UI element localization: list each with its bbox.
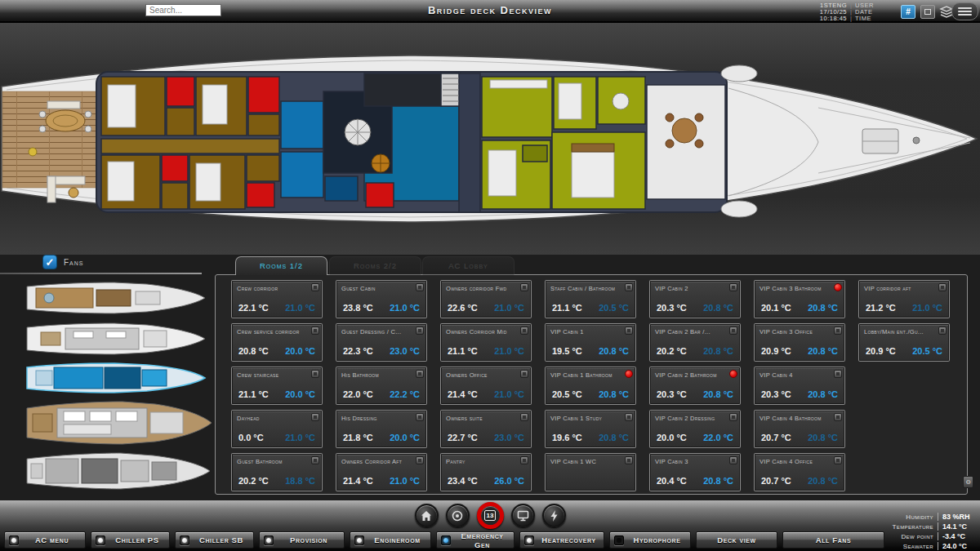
fan-status-icon[interactable] bbox=[625, 283, 633, 291]
room-card[interactable]: VIP Cabin 4 20.3 °C 20.8 °C bbox=[755, 367, 844, 404]
home-icon[interactable] bbox=[415, 504, 439, 527]
fan-status-icon[interactable] bbox=[311, 327, 319, 335]
room-card[interactable]: VIP Cabin 3 Office 20.9 °C 20.8 °C bbox=[755, 324, 844, 361]
toolbar-button[interactable]: Chiller PS bbox=[91, 531, 170, 549]
room-card[interactable]: Pantry 23.4 °C 26.0 °C bbox=[441, 454, 531, 491]
fan-status-icon[interactable] bbox=[416, 283, 424, 291]
room-card[interactable]: VIP Cabin 2 Bathroom 20.3 °C 20.8 °C bbox=[650, 367, 740, 404]
room-name: Staff Cabin / Bathroom bbox=[546, 282, 635, 292]
deck-thumbnail-main-deck[interactable] bbox=[24, 401, 214, 445]
fan-status-icon[interactable] bbox=[729, 283, 737, 291]
tab-ac-lobby[interactable]: AC Lobby bbox=[422, 256, 514, 275]
room-card[interactable]: Owners suite 22.7 °C 23.0 °C bbox=[441, 411, 531, 447]
fan-status-icon[interactable] bbox=[729, 327, 737, 335]
deck-thumbnail-lower-deck[interactable] bbox=[24, 452, 212, 490]
fan-status-icon[interactable] bbox=[311, 456, 319, 464]
power-icon[interactable] bbox=[542, 504, 566, 527]
fan-status-icon[interactable] bbox=[938, 327, 947, 335]
room-setpoint: 23.0 °C bbox=[390, 346, 420, 356]
toolbar-button[interactable]: All Fans bbox=[782, 531, 884, 549]
toolbar-button[interactable]: Chiller SB bbox=[175, 531, 254, 549]
fan-status-icon[interactable] bbox=[834, 370, 842, 378]
room-card[interactable]: Dayhead 0.0 °C 21.0 °C bbox=[232, 411, 322, 447]
room-card[interactable]: Crew service corridor 20.8 °C 20.0 °C bbox=[232, 324, 322, 361]
room-card[interactable]: Staff Cabin / Bathroom 21.1 °C 20.5 °C bbox=[546, 281, 635, 318]
room-card[interactable]: His Dressing 21.8 °C 20.0 °C bbox=[336, 411, 426, 447]
alarm-indicator[interactable] bbox=[834, 283, 842, 291]
fan-status-icon[interactable] bbox=[834, 327, 842, 335]
room-card[interactable]: Crew corridor 22.1 °C 21.0 °C bbox=[232, 281, 322, 318]
room-card[interactable]: VIP Cabin 1 Study 19.6 °C 20.8 °C bbox=[546, 411, 635, 447]
fan-status-icon[interactable] bbox=[416, 456, 424, 464]
fans-checkbox-icon[interactable]: ✓ bbox=[42, 255, 57, 269]
fan-status-icon[interactable] bbox=[416, 327, 424, 335]
toolbar-button[interactable]: Engineroom bbox=[350, 531, 431, 549]
room-card[interactable]: VIP Cabin 2 Bar /... 20.2 °C 20.8 °C bbox=[650, 324, 740, 361]
fan-status-icon[interactable] bbox=[520, 283, 528, 291]
room-card[interactable]: VIP Cabin 1 Bathroom 20.5 °C 20.8 °C bbox=[546, 367, 635, 404]
fan-status-icon[interactable] bbox=[416, 370, 424, 378]
room-setpoint: 20.8 °C bbox=[703, 303, 733, 313]
toolbar-button[interactable]: Heatrecovery bbox=[519, 531, 604, 549]
fan-status-icon[interactable] bbox=[625, 413, 633, 421]
deck-thumbnail-upper-deck[interactable] bbox=[24, 322, 208, 355]
room-card[interactable]: Guest Bathroom 20.2 °C 18.8 °C bbox=[232, 454, 322, 491]
room-card[interactable]: VIP Cabin 2 Dressing 20.0 °C 22.0 °C bbox=[650, 411, 740, 447]
room-temp: 20.8 °C bbox=[238, 346, 269, 356]
fan-status-icon[interactable] bbox=[520, 327, 528, 335]
alarm-indicator[interactable] bbox=[625, 370, 633, 378]
toolbar-button[interactable]: Emergency Gen bbox=[436, 531, 514, 549]
toolbar-button[interactable]: AC menu bbox=[4, 531, 86, 549]
room-card[interactable]: VIP corridor aft 21.2 °C 21.0 °C bbox=[859, 281, 949, 318]
fan-status-icon[interactable] bbox=[938, 283, 947, 291]
room-card[interactable]: Lobby/Main ent./Gu... 20.9 °C 20.5 °C bbox=[859, 324, 949, 361]
fan-status-icon[interactable] bbox=[311, 370, 319, 378]
toolbar-button[interactable]: Deck view bbox=[696, 531, 777, 549]
room-card[interactable]: VIP Cabin 3 Bathroom 20.1 °C 20.8 °C bbox=[755, 281, 844, 318]
toolbar-button[interactable]: Provision bbox=[259, 531, 345, 549]
room-card[interactable]: VIP Cabin 4 Office 20.7 °C 20.8 °C bbox=[755, 454, 844, 491]
alarm-count-button[interactable]: 13 bbox=[477, 502, 504, 529]
window-icon[interactable] bbox=[920, 5, 935, 19]
tools-icon[interactable]: # bbox=[901, 5, 915, 19]
room-card[interactable]: Owners corridor Fwd 22.6 °C 21.0 °C bbox=[441, 281, 531, 318]
fan-status-icon[interactable] bbox=[834, 413, 842, 421]
room-card[interactable]: VIP Cabin 1 WC bbox=[546, 454, 635, 491]
room-card[interactable]: Guest Cabin 23.8 °C 21.0 °C bbox=[336, 281, 426, 318]
monitoring-icon[interactable] bbox=[446, 504, 470, 527]
room-card[interactable]: Crew staircase 21.1 °C 20.0 °C bbox=[232, 367, 322, 404]
room-card[interactable]: Owners Office 21.4 °C 21.0 °C bbox=[441, 367, 531, 404]
deck-thumbnail-bridge-deck[interactable] bbox=[24, 362, 208, 393]
room-card[interactable]: VIP Cabin 3 20.4 °C 20.8 °C bbox=[650, 454, 740, 491]
fan-status-icon[interactable] bbox=[311, 413, 319, 421]
deck-thumbnail-sun-deck[interactable] bbox=[24, 281, 208, 315]
room-card[interactable]: VIP Cabin 4 Bathroom 20.7 °C 20.8 °C bbox=[755, 411, 844, 447]
room-card[interactable]: Owners Corridor Mid 21.1 °C 21.0 °C bbox=[441, 324, 531, 361]
room-card[interactable]: VIP Cabin 2 20.3 °C 20.8 °C bbox=[650, 281, 740, 318]
fan-status-icon[interactable] bbox=[625, 456, 633, 464]
room-card[interactable]: VIP Cabin 1 19.5 °C 20.8 °C bbox=[546, 324, 635, 361]
menu-button[interactable] bbox=[951, 2, 978, 20]
panel-corner-button[interactable]: ⊖ bbox=[963, 476, 973, 488]
room-card[interactable]: His Bathroom 22.0 °C 22.2 °C bbox=[336, 367, 426, 404]
deck-plan[interactable] bbox=[0, 23, 980, 255]
toolbar-button[interactable]: Hydrophore bbox=[609, 531, 691, 549]
tab-rooms-1[interactable]: Rooms 1/2 bbox=[235, 256, 327, 275]
fan-status-icon[interactable] bbox=[311, 283, 319, 291]
network-icon[interactable] bbox=[511, 504, 535, 527]
room-card[interactable]: Owners Corridor Aft 21.4 °C 21.0 °C bbox=[336, 454, 426, 491]
alarm-indicator[interactable] bbox=[729, 370, 737, 378]
tab-rooms-2[interactable]: Rooms 2/2 bbox=[329, 256, 421, 275]
fans-toggle[interactable]: ✓ Fans bbox=[42, 255, 84, 269]
fan-status-icon[interactable] bbox=[520, 456, 528, 464]
fan-status-icon[interactable] bbox=[729, 456, 737, 464]
fan-status-icon[interactable] bbox=[416, 413, 424, 421]
fan-status-icon[interactable] bbox=[520, 370, 528, 378]
fan-status-icon[interactable] bbox=[834, 456, 842, 464]
fan-status-icon[interactable] bbox=[520, 413, 528, 421]
room-card[interactable]: Guest Dressing / C... 22.3 °C 23.0 °C bbox=[336, 324, 426, 361]
search-input[interactable] bbox=[145, 4, 221, 16]
fan-status-icon[interactable] bbox=[625, 327, 633, 335]
fan-status-icon[interactable] bbox=[729, 413, 737, 421]
environment-row: Temperature 14.1 °C bbox=[887, 522, 977, 531]
